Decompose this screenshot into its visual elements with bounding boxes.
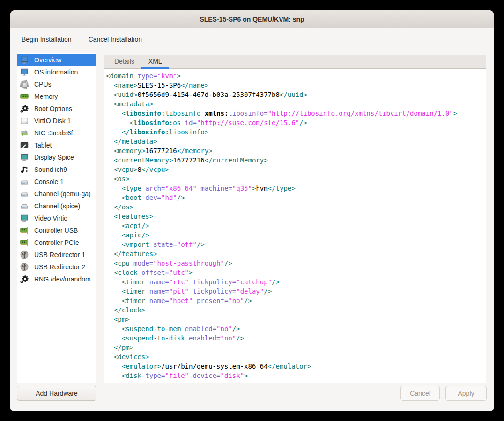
tab-details[interactable]: Details	[107, 55, 141, 69]
xml-code-line: <disk type="file" device="disk">	[106, 371, 486, 380]
sidebar-item-label: Memory	[34, 93, 58, 100]
xml-code-line: <memory>16777216</memory>	[106, 146, 486, 155]
sidebar-item-label: USB Redirector 1	[34, 251, 85, 259]
sidebar-item-tablet[interactable]: Tablet	[17, 139, 96, 151]
sidebar-item-label: Video Virtio	[34, 214, 67, 222]
titlebar[interactable]: SLES-15-SP6 on QEMU/KVM: snp	[10, 10, 494, 28]
usb-icon	[20, 263, 29, 271]
xml-code-line: <suspend-to-disk enabled="no"/>	[106, 333, 486, 343]
xml-code-line: <timer name="hpet" present="no"/>	[106, 296, 486, 305]
sidebar-item-overview[interactable]: Overview	[17, 54, 96, 66]
sidebar-item-memory[interactable]: Memory	[17, 90, 96, 103]
details-notebook: Details XML <domain type="kvm"> <name>SL…	[104, 55, 486, 383]
xml-code-line: </os>	[106, 202, 486, 212]
sidebar-item-label: Overview	[34, 56, 61, 64]
cancel-installation-button[interactable]: Cancel Installation	[89, 36, 142, 43]
serial-icon	[20, 177, 29, 186]
window-title: SLES-15-SP6 on QEMU/KVM: snp	[200, 15, 304, 23]
xml-code-line: <pm>	[106, 315, 486, 324]
xml-code-line: <os>	[106, 174, 486, 184]
serial-icon	[20, 190, 29, 198]
sidebar-item-boot-options[interactable]: Boot Options	[17, 103, 96, 115]
hardware-sidebar: OverviewOS informationCPUsMemoryBoot Opt…	[17, 53, 96, 383]
sidebar-item-virtio-disk-1[interactable]: VirtIO Disk 1	[17, 115, 96, 127]
sidebar-item-label: Channel (spice)	[34, 202, 80, 210]
sidebar-item-label: Sound ich9	[34, 166, 67, 173]
sidebar-item-channel-spice[interactable]: Channel (spice)	[17, 200, 96, 212]
sidebar-item-label: Boot Options	[34, 105, 72, 112]
xml-code-line: </pm>	[106, 343, 486, 352]
display-icon	[20, 214, 29, 222]
tab-bar: Details XML	[104, 55, 486, 69]
sidebar-item-controller-usb[interactable]: Controller USB	[17, 224, 96, 236]
sidebar-item-cpus[interactable]: CPUs	[17, 78, 96, 90]
gear-icon	[20, 104, 29, 113]
memory-icon	[20, 92, 29, 101]
sidebar-item-label: VirtIO Disk 1	[34, 117, 71, 125]
sidebar-item-label: Controller PCIe	[34, 239, 79, 246]
xml-code-line: <timer name="pit" tickpolicy="delay"/>	[106, 287, 486, 296]
sidebar-item-label: NIC :3a:ab:6f	[34, 129, 73, 137]
xml-code-line: <devices>	[106, 352, 486, 362]
monitor-icon	[20, 56, 29, 64]
controller-icon	[20, 226, 29, 235]
hardware-list: OverviewOS informationCPUsMemoryBoot Opt…	[17, 53, 96, 285]
tab-xml[interactable]: XML	[141, 55, 169, 69]
sidebar-item-label: RNG /dev/urandom	[34, 275, 91, 283]
cpu-icon	[20, 80, 29, 89]
sidebar-item-label: Console 1	[34, 178, 64, 185]
sidebar-item-channel-qemu-ga[interactable]: Channel (qemu-ga)	[17, 188, 96, 200]
xml-code-line: <features>	[106, 212, 486, 221]
sidebar-item-console-1[interactable]: Console 1	[17, 176, 96, 188]
apply-button[interactable]: Apply	[445, 386, 487, 401]
xml-code-line: <uuid>0f5656d9-4154-467d-b03a-25307f4377…	[106, 90, 486, 99]
network-icon	[20, 129, 29, 137]
xml-code-line: <clock offset="utc">	[106, 268, 486, 277]
xml-code-line: <metadata>	[106, 99, 486, 109]
sidebar-item-usb-redirector-2[interactable]: USB Redirector 2	[17, 261, 96, 273]
gear-icon	[20, 275, 29, 283]
vm-details-window: SLES-15-SP6 on QEMU/KVM: snp Begin Insta…	[10, 10, 494, 411]
sidebar-item-label: Tablet	[34, 141, 52, 149]
sidebar-item-label: OS information	[34, 68, 78, 76]
xml-code-line: <boot dev="hd"/>	[106, 193, 486, 202]
display-icon	[20, 153, 29, 162]
monitor-icon	[20, 68, 29, 76]
add-hardware-button[interactable]: Add Hardware	[17, 386, 96, 401]
sidebar-item-display-spice[interactable]: Display Spice	[17, 151, 96, 163]
xml-code-line: <name>SLES-15-SP6</name>	[106, 81, 486, 90]
xml-code-line: <emulator>/usr/bin/qemu-system-x86_64</e…	[106, 362, 486, 371]
usb-icon	[20, 251, 29, 259]
xml-code-line: <libosinfo:libosinfo xmlns:libosinfo="ht…	[106, 109, 486, 118]
begin-installation-button[interactable]: Begin Installation	[22, 36, 72, 43]
xml-code-line: <vmport state="off"/>	[106, 240, 486, 249]
xml-code-line: </libosinfo:libosinfo>	[106, 127, 486, 137]
xml-source-view[interactable]: <domain type="kvm"> <name>SLES-15-SP6</n…	[104, 69, 486, 383]
xml-code-line: </metadata>	[106, 137, 486, 146]
toolbar: Begin Installation Cancel Installation	[10, 29, 494, 50]
xml-code-line: <domain type="kvm">	[106, 71, 486, 81]
cancel-button[interactable]: Cancel	[400, 386, 440, 401]
xml-code-line: <cpu mode="host-passthrough"/>	[106, 259, 486, 268]
xml-code-line: <apic/>	[106, 230, 486, 240]
sidebar-item-label: Display Spice	[34, 154, 74, 161]
xml-code-line: <suspend-to-mem enabled="no"/>	[106, 324, 486, 333]
sidebar-item-controller-pcie[interactable]: Controller PCIe	[17, 236, 96, 249]
sidebar-item-rng-dev-urandom[interactable]: RNG /dev/urandom	[17, 273, 96, 285]
sidebar-item-nic-3a-ab-6f[interactable]: NIC :3a:ab:6f	[17, 127, 96, 139]
sidebar-item-label: Channel (qemu-ga)	[34, 190, 91, 198]
xml-code-line: </features>	[106, 249, 486, 259]
xml-code-line: </clock>	[106, 305, 486, 315]
controller-icon	[20, 238, 29, 247]
sidebar-item-os-information[interactable]: OS information	[17, 66, 96, 78]
sidebar-item-sound-ich9[interactable]: Sound ich9	[17, 163, 96, 176]
sidebar-item-label: Controller USB	[34, 227, 78, 234]
sidebar-item-video-virtio[interactable]: Video Virtio	[17, 212, 96, 224]
disk-icon	[20, 117, 29, 125]
serial-icon	[20, 202, 29, 210]
sidebar-item-usb-redirector-1[interactable]: USB Redirector 1	[17, 249, 96, 261]
sidebar-item-label: CPUs	[34, 81, 52, 88]
xml-code-line: <libosinfo:os id="http://suse.com/sle/15…	[106, 118, 486, 127]
sound-icon	[20, 165, 29, 174]
xml-code-line: <type arch="x86_64" machine="q35">hvm</t…	[106, 184, 486, 193]
